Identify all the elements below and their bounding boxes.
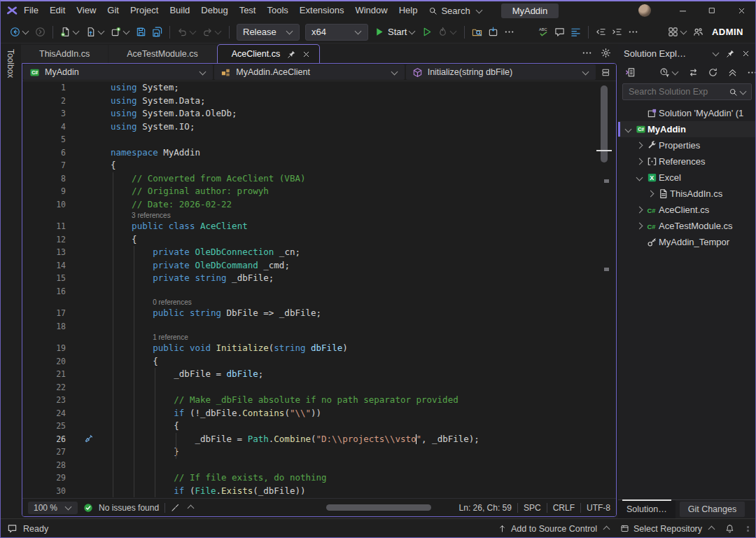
- maximize-button[interactable]: [697, 0, 727, 21]
- code-line[interactable]: 28: [22, 459, 616, 472]
- tab-thisaddin[interactable]: ThisAddIn.cs: [21, 45, 108, 63]
- code-line[interactable]: 10 // Date: 2026-02-22: [22, 198, 616, 212]
- code-line[interactable]: 4using System.IO;: [22, 120, 616, 134]
- panel-tab-solution-explorer[interactable]: Solution…: [618, 500, 676, 518]
- expander-collapsed-icon[interactable]: [634, 143, 645, 148]
- panel-tab-git-changes[interactable]: Git Changes: [680, 502, 745, 517]
- menu-edit[interactable]: Edit: [44, 0, 71, 21]
- undo-button[interactable]: [174, 25, 200, 39]
- pin-icon[interactable]: [726, 49, 735, 58]
- code-line[interactable]: 13 private OleDbConnection _cn;: [22, 246, 616, 259]
- redo-button[interactable]: [200, 25, 225, 39]
- code-line[interactable]: 27 }: [22, 446, 616, 459]
- tab-aceclient[interactable]: AceClient.cs: [217, 44, 320, 63]
- code-line[interactable]: 18: [22, 320, 616, 333]
- minimize-button[interactable]: [668, 0, 697, 21]
- code-line[interactable]: 3using System.Data.OleDb;: [22, 107, 616, 120]
- tree-item-properties[interactable]: Properties: [618, 137, 756, 153]
- new-file-button[interactable]: [57, 25, 83, 39]
- back-button[interactable]: [7, 25, 32, 39]
- menu-extensions[interactable]: Extensions: [294, 0, 350, 21]
- toolbar-overflow-button[interactable]: [501, 25, 517, 39]
- pin-icon[interactable]: [287, 50, 296, 59]
- tab-overflow-button[interactable]: [582, 48, 592, 60]
- platform-dropdown[interactable]: x64: [305, 24, 368, 41]
- project-badge[interactable]: MyAddin: [501, 4, 559, 18]
- save-button[interactable]: [133, 25, 149, 39]
- expander-expanded-icon[interactable]: [634, 175, 645, 180]
- breadcrumb-class[interactable]: MyAddin.AceClient: [214, 64, 404, 80]
- menu-window[interactable]: Window: [349, 0, 393, 21]
- encoding[interactable]: UTF-8: [587, 503, 610, 513]
- add-item-button[interactable]: [108, 25, 133, 39]
- tree-item-references[interactable]: References: [618, 153, 756, 170]
- collapse-all-button[interactable]: [726, 66, 739, 79]
- toolbar-overflow-button-2[interactable]: [625, 25, 641, 39]
- codelens-references[interactable]: 3 references: [22, 211, 616, 220]
- tab-acetestmodule[interactable]: AceTestModule.cs: [108, 45, 216, 63]
- live-share-button[interactable]: [690, 25, 706, 39]
- menu-project[interactable]: Project: [125, 0, 164, 21]
- expander-collapsed-icon[interactable]: [645, 191, 656, 196]
- menu-file[interactable]: File: [18, 0, 44, 21]
- scrollbar-thumb[interactable]: [326, 504, 431, 511]
- codelens-references[interactable]: 1 reference: [22, 333, 616, 342]
- menu-debug[interactable]: Debug: [195, 0, 233, 21]
- code-line[interactable]: 20 {: [22, 355, 616, 368]
- close-button[interactable]: [727, 0, 756, 21]
- extensions-button[interactable]: [665, 25, 690, 39]
- notifications-bell-icon[interactable]: [725, 524, 734, 533]
- find-in-files-button[interactable]: [469, 25, 485, 39]
- open-file-button[interactable]: [83, 25, 108, 39]
- split-editor-icon[interactable]: [596, 68, 616, 77]
- expander-collapsed-icon[interactable]: [634, 207, 645, 212]
- forward-button[interactable]: [32, 25, 48, 39]
- explorer-overflow-button[interactable]: [746, 66, 756, 79]
- tree-item-thisaddin[interactable]: ThisAddIn.cs: [618, 186, 756, 202]
- chevron-down-icon[interactable]: [740, 88, 747, 95]
- chevron-down-icon[interactable]: [713, 49, 720, 56]
- feedback-icon[interactable]: [7, 523, 18, 534]
- attach-button[interactable]: [485, 25, 501, 39]
- tree-item-aceclient[interactable]: C#AceClient.cs: [618, 202, 756, 218]
- code-line[interactable]: 14 private OleDbCommand _cmd;: [22, 259, 616, 273]
- add-to-source-control-button[interactable]: Add to Source Control: [498, 524, 610, 534]
- start-button[interactable]: Start: [371, 25, 419, 39]
- menu-git[interactable]: Git: [102, 0, 125, 21]
- breadcrumb-project[interactable]: C#MyAddin: [23, 64, 213, 80]
- solution-search-input[interactable]: [627, 86, 729, 97]
- close-icon[interactable]: [302, 50, 311, 59]
- menu-view[interactable]: View: [71, 0, 102, 21]
- issues-label[interactable]: No issues found: [99, 503, 159, 513]
- format-document-button[interactable]: [568, 25, 584, 39]
- code-editor[interactable]: 1using System;2using System.Data;3using …: [22, 81, 616, 498]
- code-line[interactable]: 7{: [22, 159, 616, 172]
- code-line[interactable]: 1using System;: [22, 81, 616, 95]
- caret-position[interactable]: Ln: 26, Ch: 59: [459, 503, 512, 513]
- tree-item-excel[interactable]: XExcel: [618, 170, 756, 186]
- spell-check-button[interactable]: ABC: [536, 25, 552, 39]
- configuration-dropdown[interactable]: Release: [237, 24, 300, 41]
- code-line[interactable]: 25 {: [22, 420, 616, 433]
- menu-build[interactable]: Build: [164, 0, 195, 21]
- code-line[interactable]: 15 private string _dbFile;: [22, 272, 616, 285]
- hot-reload-button[interactable]: [435, 25, 460, 39]
- menu-help[interactable]: Help: [393, 0, 424, 21]
- toolbox-tab[interactable]: Toolbox: [6, 49, 15, 78]
- zoom-dropdown[interactable]: 100 %: [28, 502, 78, 514]
- increase-indent-button[interactable]: [609, 25, 625, 39]
- tree-item-solution[interactable]: Solution 'MyAddin' (1: [618, 105, 756, 121]
- code-line[interactable]: 11 public class AceClient: [22, 220, 616, 233]
- run-without-debug-button[interactable]: [419, 25, 435, 39]
- menu-tools[interactable]: Tools: [261, 0, 293, 21]
- code-line[interactable]: 2using System.Data;: [22, 95, 616, 108]
- expander-collapsed-icon[interactable]: [634, 159, 645, 164]
- code-line[interactable]: 9 // Original author: prowyh: [22, 185, 616, 198]
- sync-with-active-document-button[interactable]: [624, 66, 637, 79]
- select-repository-button[interactable]: Select Repository: [620, 524, 715, 534]
- indentation-mode[interactable]: SPC: [524, 503, 541, 513]
- account-avatar[interactable]: [638, 4, 651, 17]
- decrease-indent-button[interactable]: [593, 25, 609, 39]
- code-line[interactable]: 17 public string DbFile => _dbFile;: [22, 307, 616, 320]
- code-line[interactable]: 23 // Make _dbFile absolute if no path s…: [22, 394, 616, 407]
